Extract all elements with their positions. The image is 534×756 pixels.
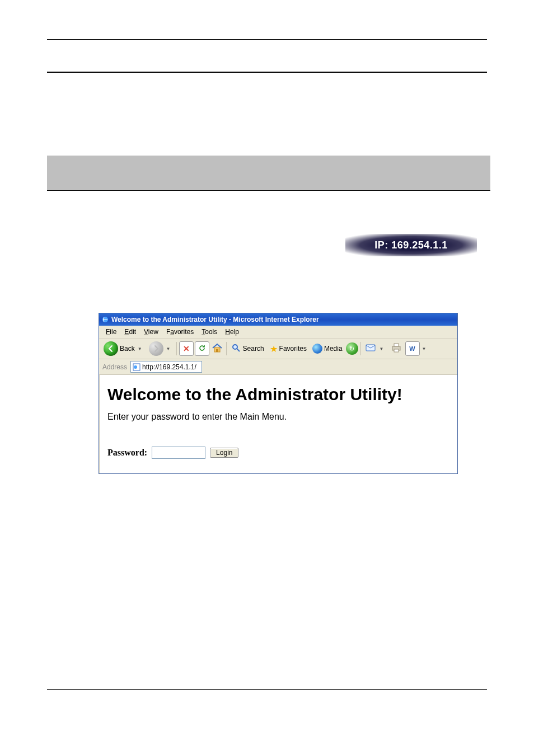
star-icon: ★ <box>270 344 278 354</box>
ie-logo-icon <box>101 316 109 323</box>
address-field[interactable]: http://169.254.1.1/ <box>130 361 202 373</box>
password-label: Password: <box>107 448 147 458</box>
back-dropdown-icon[interactable]: ▼ <box>137 346 143 351</box>
svg-rect-7 <box>394 344 399 346</box>
svg-point-3 <box>233 345 237 349</box>
print-button[interactable] <box>388 342 404 356</box>
svg-rect-8 <box>394 349 399 352</box>
address-url: http://169.254.1.1/ <box>142 363 196 371</box>
menu-edit[interactable]: Edit <box>121 327 139 337</box>
window-title: Welcome to the Administrator Utility - M… <box>111 316 319 323</box>
menu-tools[interactable]: Tools <box>198 327 221 337</box>
menubar: File Edit View Favorites Tools Help <box>99 326 457 339</box>
page-prompt: Enter your password to enter the Main Me… <box>107 412 449 422</box>
overflow-dropdown-icon[interactable]: ▼ <box>421 346 428 351</box>
ip-badge-text: IP: 169.254.1.1 <box>374 240 448 251</box>
home-icon <box>211 342 223 356</box>
toolbar-separator <box>226 342 227 355</box>
search-icon <box>231 343 241 355</box>
search-label: Search <box>243 345 264 353</box>
svg-rect-2 <box>216 349 218 352</box>
password-row: Password: Login <box>107 447 449 459</box>
media-icon <box>312 344 322 354</box>
clock-icon: ↻ <box>349 345 354 353</box>
word-icon: W <box>409 345 415 352</box>
divider-bottom <box>47 689 487 690</box>
media-label: Media <box>324 345 343 353</box>
toolbar-separator <box>176 342 177 355</box>
login-button[interactable]: Login <box>210 448 238 458</box>
media-button[interactable]: Media <box>310 342 345 355</box>
forward-arrow-icon <box>149 341 163 356</box>
favorites-label: Favorites <box>279 345 307 353</box>
mail-button[interactable]: ▼ <box>363 342 387 355</box>
divider-top <box>47 39 487 40</box>
forward-button[interactable]: ▼ <box>147 340 174 357</box>
stop-button[interactable]: ✕ <box>179 341 194 356</box>
forward-dropdown-icon[interactable]: ▼ <box>165 346 172 351</box>
menu-file[interactable]: File <box>102 327 120 337</box>
back-arrow-icon <box>104 341 118 356</box>
divider-bold <box>47 72 487 73</box>
home-button[interactable] <box>210 342 224 355</box>
menu-help[interactable]: Help <box>222 327 242 337</box>
toolbar-separator <box>360 342 361 355</box>
refresh-button[interactable] <box>195 341 209 356</box>
mail-dropdown-icon[interactable]: ▼ <box>378 346 385 351</box>
page-heading: Welcome to the Administrator Utility! <box>107 385 449 404</box>
mail-icon <box>366 344 377 354</box>
grey-banner <box>47 156 490 191</box>
favorites-button[interactable]: ★ Favorites <box>268 342 309 355</box>
toolbar: Back ▼ ▼ ✕ <box>99 339 457 359</box>
search-button[interactable]: Search <box>229 342 266 356</box>
page-content: Welcome to the Administrator Utility! En… <box>99 375 457 473</box>
print-icon <box>391 343 402 355</box>
svg-line-4 <box>237 349 240 351</box>
refresh-icon <box>198 344 206 354</box>
window-titlebar[interactable]: Welcome to the Administrator Utility - M… <box>99 313 457 326</box>
word-button[interactable]: W <box>405 341 420 356</box>
svg-point-10 <box>134 365 137 369</box>
address-bar: Address http://169.254.1.1/ <box>99 359 457 375</box>
address-label: Address <box>101 363 128 371</box>
history-button[interactable]: ↻ <box>346 342 358 355</box>
back-label: Back <box>120 345 135 353</box>
menu-favorites[interactable]: Favorites <box>163 327 197 337</box>
page-favicon-icon <box>133 363 140 371</box>
password-input[interactable] <box>152 447 205 459</box>
menu-view[interactable]: View <box>140 327 162 337</box>
back-button[interactable]: Back ▼ <box>101 340 146 357</box>
stop-icon: ✕ <box>183 344 190 353</box>
browser-window: Welcome to the Administrator Utility - M… <box>99 313 458 474</box>
ip-badge: IP: 169.254.1.1 <box>345 234 477 256</box>
